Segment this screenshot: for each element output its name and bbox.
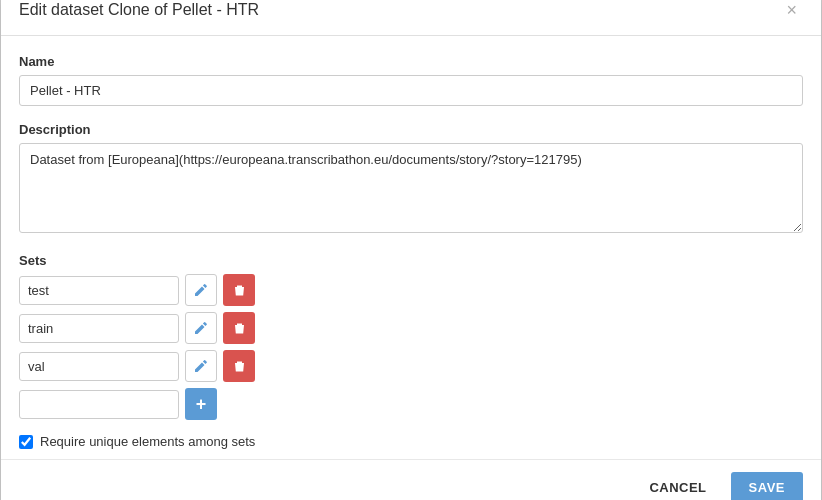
edit-set-val-button[interactable] (185, 350, 217, 382)
dialog-title: Edit dataset Clone of Pellet - HTR (19, 1, 259, 19)
delete-set-train-button[interactable] (223, 312, 255, 344)
edit-dataset-dialog: Edit dataset Clone of Pellet - HTR × Nam… (1, 0, 821, 500)
trash-icon (233, 322, 246, 335)
description-input[interactable]: Dataset from <span class="link-text">[Eu… (19, 143, 803, 233)
dialog-header: Edit dataset Clone of Pellet - HTR × (1, 0, 821, 36)
edit-set-test-button[interactable] (185, 274, 217, 306)
dialog-body: Name Description Dataset from <span clas… (1, 36, 821, 459)
set-row-train (19, 312, 803, 344)
set-row-test (19, 274, 803, 306)
edit-set-train-button[interactable] (185, 312, 217, 344)
trash-icon (233, 284, 246, 297)
set-row-val (19, 350, 803, 382)
name-label: Name (19, 54, 803, 69)
set-input-val[interactable] (19, 352, 179, 381)
sets-label: Sets (19, 253, 803, 268)
plus-icon: + (196, 394, 207, 415)
unique-elements-checkbox[interactable] (19, 435, 33, 449)
pencil-icon (194, 321, 208, 335)
set-input-test[interactable] (19, 276, 179, 305)
description-section: Description Dataset from <span class="li… (19, 122, 803, 237)
cancel-button[interactable]: CANCEL (635, 472, 720, 500)
pencil-icon (194, 359, 208, 373)
unique-elements-label: Require unique elements among sets (40, 434, 255, 449)
add-set-button[interactable]: + (185, 388, 217, 420)
dialog-footer: CANCEL SAVE (1, 459, 821, 500)
sets-rows: + (19, 274, 803, 420)
name-input[interactable] (19, 75, 803, 106)
sets-section: Sets (19, 253, 803, 420)
set-input-train[interactable] (19, 314, 179, 343)
delete-set-val-button[interactable] (223, 350, 255, 382)
save-button[interactable]: SAVE (731, 472, 803, 500)
trash-icon (233, 360, 246, 373)
description-label: Description (19, 122, 803, 137)
delete-set-test-button[interactable] (223, 274, 255, 306)
new-set-input[interactable] (19, 390, 179, 419)
unique-elements-row: Require unique elements among sets (19, 434, 803, 449)
close-button[interactable]: × (780, 0, 803, 21)
add-set-row: + (19, 388, 803, 420)
pencil-icon (194, 283, 208, 297)
